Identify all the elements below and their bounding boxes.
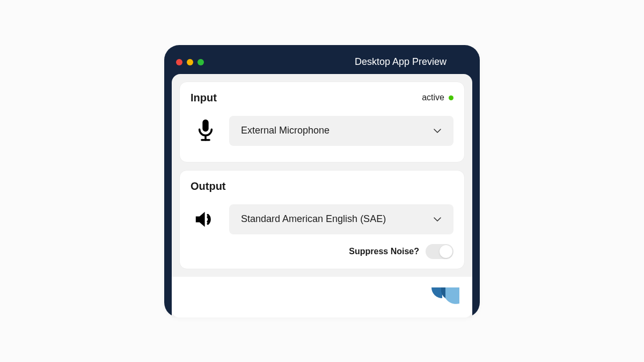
microphone-icon <box>194 119 217 143</box>
window-title: Desktop App Preview <box>204 56 468 68</box>
output-voice-value: Standard American English (SAE) <box>241 213 386 225</box>
input-card-header: Input active <box>191 92 453 104</box>
input-title: Input <box>191 92 217 104</box>
input-status: active <box>422 93 453 102</box>
output-voice-select[interactable]: Standard American English (SAE) <box>229 204 453 234</box>
footer <box>172 277 472 317</box>
suppress-noise-row: Suppress Noise? <box>191 244 453 259</box>
output-card: Output Standard American English (SAE) <box>179 170 465 269</box>
speaker-icon <box>194 209 217 230</box>
input-status-label: active <box>422 93 444 102</box>
content-area: Input active External Microphone <box>172 74 472 317</box>
suppress-noise-toggle[interactable] <box>426 244 453 259</box>
app-window: Desktop App Preview Input active <box>164 45 480 317</box>
output-card-header: Output <box>191 180 453 193</box>
traffic-lights <box>176 59 204 65</box>
toggle-knob <box>440 245 452 258</box>
chevron-down-icon <box>433 215 442 224</box>
input-card: Input active External Microphone <box>179 82 465 162</box>
close-icon[interactable] <box>176 59 182 65</box>
output-row: Standard American English (SAE) <box>191 204 453 234</box>
maximize-icon[interactable] <box>197 59 204 65</box>
status-active-icon <box>449 95 453 100</box>
chevron-down-icon <box>433 126 442 136</box>
input-row: External Microphone <box>191 116 453 146</box>
svg-rect-0 <box>202 119 208 131</box>
suppress-noise-label: Suppress Noise? <box>349 247 419 256</box>
input-device-value: External Microphone <box>241 125 330 136</box>
input-device-select[interactable]: External Microphone <box>229 116 453 146</box>
titlebar: Desktop App Preview <box>172 53 472 74</box>
app-logo-icon <box>429 286 462 308</box>
minimize-icon[interactable] <box>187 59 193 65</box>
output-title: Output <box>191 180 226 193</box>
